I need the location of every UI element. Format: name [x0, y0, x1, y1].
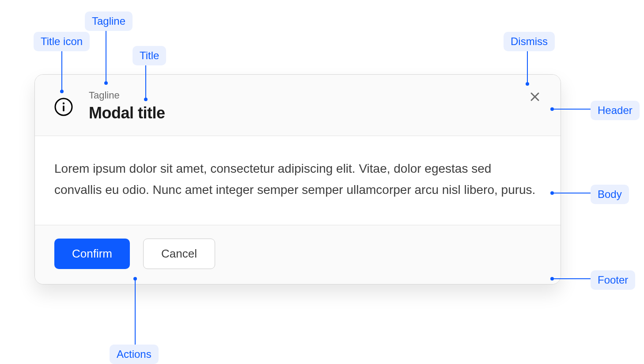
modal-tagline: Tagline	[89, 90, 165, 101]
modal-footer: Confirm Cancel	[35, 225, 561, 284]
info-icon	[54, 98, 73, 116]
modal-body-text: Lorem ipsum dolor sit amet, consectetur …	[54, 158, 541, 200]
dismiss-button[interactable]	[528, 90, 542, 104]
close-icon	[530, 91, 540, 102]
annotation-title: Title	[133, 46, 166, 65]
annotation-footer: Footer	[591, 270, 635, 290]
modal-dialog: Tagline Modal title Lorem ipsum dolor si…	[34, 74, 561, 284]
svg-rect-2	[63, 106, 64, 111]
modal-header: Tagline Modal title	[35, 75, 561, 136]
annotation-actions: Actions	[110, 345, 159, 364]
annotation-body: Body	[591, 185, 629, 204]
modal-title: Modal title	[89, 104, 165, 122]
annotation-dismiss: Dismiss	[504, 32, 555, 51]
annotation-tagline: Tagline	[85, 11, 133, 31]
modal-body: Lorem ipsum dolor sit amet, consectetur …	[35, 136, 561, 225]
svg-point-1	[63, 102, 64, 104]
title-block: Tagline Modal title	[89, 90, 165, 122]
annotation-title-icon: Title icon	[34, 32, 90, 51]
confirm-button[interactable]: Confirm	[54, 239, 130, 269]
cancel-button[interactable]: Cancel	[143, 239, 215, 269]
annotation-header: Header	[591, 101, 640, 120]
